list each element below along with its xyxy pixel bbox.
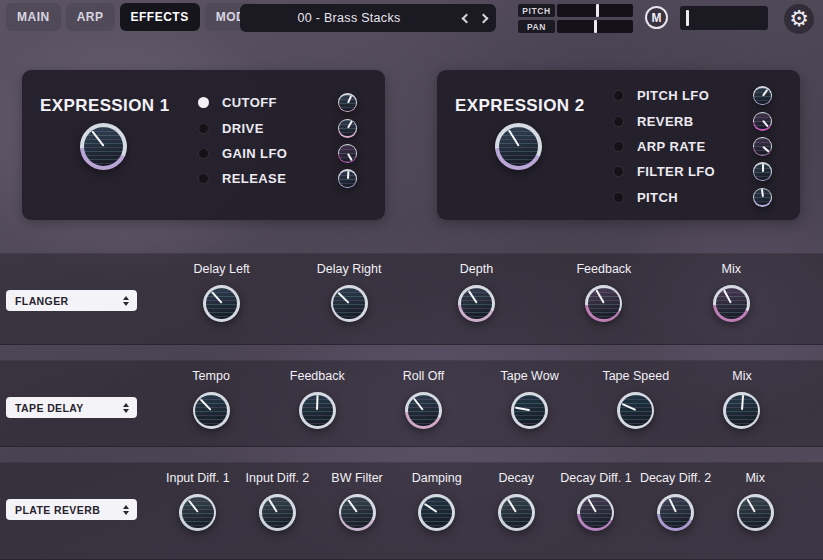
param-knob[interactable] [498, 494, 535, 531]
param-knob[interactable] [577, 494, 614, 531]
expression-target-row: PITCH [613, 185, 772, 210]
param-knob[interactable] [737, 494, 774, 531]
param-label: Input Diff. 1 [166, 471, 230, 485]
param-label: Mix [732, 369, 751, 383]
pitch-row: PITCH [518, 4, 633, 17]
expression1-macro-knob[interactable] [80, 123, 127, 170]
tab-main[interactable]: MAIN [6, 3, 61, 31]
param-knob[interactable] [511, 392, 548, 429]
target-knob-pointer [347, 171, 349, 179]
expression-target-row: CUTOFF [198, 90, 357, 115]
param-knob[interactable] [713, 285, 750, 322]
param-cell: Decay [477, 462, 557, 560]
param-cell: Feedback [264, 360, 370, 447]
target-select-dot[interactable] [613, 116, 624, 127]
effect3-selector-label: PLATE REVERB [6, 504, 123, 516]
param-knob[interactable] [617, 392, 654, 429]
effect1-selector[interactable]: FLANGER [6, 290, 137, 311]
preset-prev-button[interactable] [458, 4, 475, 32]
param-label: Decay Diff. 2 [640, 471, 711, 485]
expression2-targets: PITCH LFOREVERBARP RATEFILTER LFOPITCH [613, 83, 772, 210]
param-cell: Feedback [540, 253, 667, 345]
target-select-dot[interactable] [613, 90, 624, 101]
param-knob[interactable] [331, 285, 368, 322]
effect2-selector[interactable]: TAPE DELAY [6, 397, 137, 418]
param-knob[interactable] [259, 494, 296, 531]
pitch-label: PITCH [518, 4, 555, 17]
param-label: Delay Left [194, 262, 250, 276]
target-knob[interactable] [338, 119, 357, 138]
preset-selector[interactable]: 00 - Brass Stacks [240, 4, 496, 32]
param-knob[interactable] [299, 392, 336, 429]
param-knob[interactable] [193, 392, 230, 429]
param-knob-face [580, 497, 611, 528]
output-slider-handle[interactable] [686, 10, 689, 26]
target-select-dot[interactable] [613, 141, 624, 152]
target-knob[interactable] [753, 137, 772, 156]
param-cell: Depth [413, 253, 540, 345]
param-knob[interactable] [179, 494, 216, 531]
effect3-selector[interactable]: PLATE REVERB [6, 499, 137, 520]
param-label: Roll Off [403, 369, 444, 383]
param-knob-face [341, 497, 372, 528]
chevron-left-icon [462, 13, 472, 23]
pitch-slider-handle[interactable] [596, 4, 599, 17]
settings-gear-icon[interactable]: ⚙ [784, 4, 814, 34]
target-knob[interactable] [338, 93, 357, 112]
param-knob[interactable] [458, 285, 495, 322]
target-knob[interactable] [753, 86, 772, 105]
target-knob[interactable] [338, 169, 357, 188]
chevron-right-icon [479, 13, 489, 23]
tab-bar: MAINARPEFFECTSMOD [6, 3, 256, 31]
target-label: PITCH LFO [637, 88, 753, 103]
tape-delay-row: TAPE DELAY TempoFeedbackRoll OffTape Wow… [0, 360, 823, 447]
param-cell: Tempo [158, 360, 264, 447]
target-knob[interactable] [338, 144, 357, 163]
plate-reverb-params: Input Diff. 1Input Diff. 2BW FilterDampi… [158, 462, 795, 560]
param-label: Tape Speed [602, 369, 669, 383]
expression1-macro [80, 123, 127, 170]
target-select-dot[interactable] [198, 97, 209, 108]
param-cell: Decay Diff. 2 [636, 462, 716, 560]
param-knob[interactable] [339, 494, 376, 531]
param-knob[interactable] [585, 285, 622, 322]
pan-row: PAN [518, 20, 633, 33]
param-knob-face [501, 497, 532, 528]
target-select-dot[interactable] [613, 166, 624, 177]
param-knob[interactable] [657, 494, 694, 531]
tab-effects[interactable]: EFFECTS [120, 3, 200, 31]
preset-next-button[interactable] [475, 4, 492, 32]
param-label: BW Filter [331, 471, 382, 485]
expression2-macro [495, 123, 542, 170]
pan-slider-handle[interactable] [594, 20, 597, 33]
expression2-title: EXPRESSION 2 [455, 96, 585, 116]
plate-reverb-row: PLATE REVERB Input Diff. 1Input Diff. 2B… [0, 462, 823, 560]
target-knob[interactable] [753, 188, 772, 207]
target-knob[interactable] [753, 162, 772, 181]
target-select-dot[interactable] [613, 192, 624, 203]
param-label: Tape Wow [501, 369, 559, 383]
output-slider[interactable] [680, 6, 768, 30]
expression2-macro-knob[interactable] [495, 123, 542, 170]
pitch-slider[interactable] [557, 4, 633, 17]
expression-target-row: GAIN LFO [198, 141, 357, 166]
target-select-dot[interactable] [198, 148, 209, 159]
expression-target-row: REVERB [613, 108, 772, 133]
target-knob-pointer [762, 164, 764, 172]
tab-arp[interactable]: ARP [66, 3, 115, 31]
param-cell: Mix [668, 253, 795, 345]
mono-button[interactable]: M [645, 6, 668, 29]
target-knob[interactable] [753, 112, 772, 131]
pan-slider[interactable] [557, 20, 633, 33]
target-select-dot[interactable] [198, 123, 209, 134]
param-label: Decay Diff. 1 [560, 471, 631, 485]
param-knob[interactable] [418, 494, 455, 531]
expression-target-row: PITCH LFO [613, 83, 772, 108]
param-cell: BW Filter [317, 462, 397, 560]
param-label: Input Diff. 2 [246, 471, 310, 485]
param-knob[interactable] [203, 285, 240, 322]
target-select-dot[interactable] [198, 173, 209, 184]
param-knob[interactable] [405, 392, 442, 429]
expression1-panel: EXPRESSION 1 CUTOFFDRIVEGAIN LFORELEASE [22, 70, 385, 220]
param-knob[interactable] [723, 392, 760, 429]
